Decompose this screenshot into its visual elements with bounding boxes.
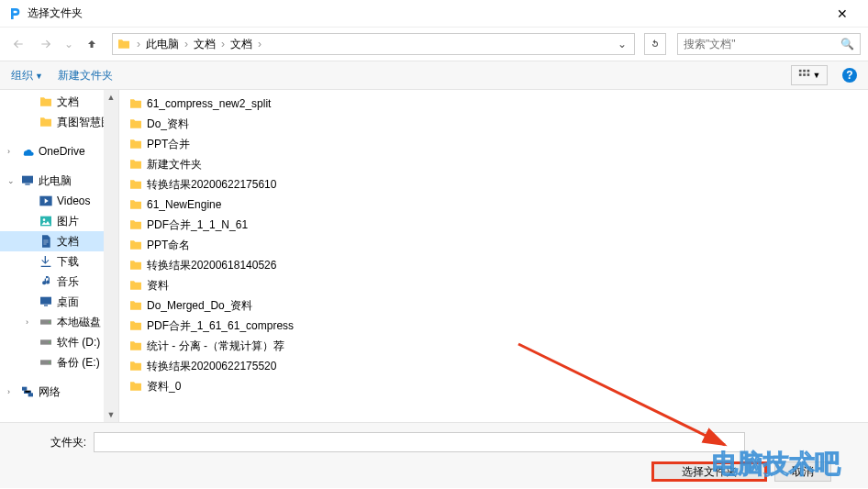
file-item[interactable]: 统计 - 分离 -（常规计算）荐 <box>128 336 339 356</box>
svg-rect-11 <box>40 297 51 305</box>
tree-label: 网络 <box>39 384 61 400</box>
file-item[interactable]: 资料_0 <box>128 376 339 396</box>
view-button[interactable]: ▼ <box>791 65 828 85</box>
tree-item-0[interactable]: 文档 <box>0 92 118 112</box>
folder-icon <box>128 379 143 394</box>
svg-rect-5 <box>807 73 809 76</box>
file-item[interactable]: 61_compress_new2_split <box>128 94 339 114</box>
titlebar: 选择文件夹 ✕ <box>0 0 868 28</box>
forward-button[interactable] <box>35 33 57 55</box>
file-name: 资料_0 <box>147 379 181 395</box>
refresh-button[interactable] <box>644 33 666 55</box>
address-bar[interactable]: › 此电脑 › 文档 › 文档 › ⌄ <box>112 33 635 55</box>
file-item[interactable]: 转换结果20200622175610 <box>128 174 339 194</box>
main: 文档真图智慧图›OneDrive⌄此电脑Videos图片文档下载音乐桌面›本地磁… <box>0 90 868 422</box>
file-item[interactable]: 转换结果20200622175520 <box>128 356 339 376</box>
tree-item-8[interactable]: 文档 <box>0 231 118 251</box>
tree-item-9[interactable]: 下载 <box>0 251 118 272</box>
back-button[interactable] <box>7 33 29 55</box>
file-name: 61_compress_new2_split <box>147 97 271 110</box>
file-item[interactable]: 新建文件夹 <box>128 154 339 174</box>
search-box[interactable]: 🔍 <box>677 33 861 55</box>
expand-icon[interactable]: › <box>7 147 17 156</box>
file-item[interactable]: 转换结果20200618140526 <box>128 255 339 275</box>
folder-icon <box>128 157 143 172</box>
up-button[interactable] <box>81 33 103 55</box>
search-input[interactable] <box>684 38 840 50</box>
breadcrumb-0[interactable]: 此电脑 <box>142 37 183 52</box>
tree-item-7[interactable]: 图片 <box>0 211 118 231</box>
cancel-button[interactable]: 取消 <box>774 461 831 482</box>
file-item[interactable]: PPT命名 <box>128 235 339 255</box>
breadcrumb-1[interactable]: 文档 <box>190 37 219 52</box>
folder-icon <box>117 37 131 51</box>
address-dropdown-icon[interactable]: ⌄ <box>614 38 630 50</box>
grid-icon <box>798 69 811 82</box>
folder-icon <box>128 298 143 313</box>
folder-icon <box>128 359 143 373</box>
folder-name-input[interactable] <box>94 432 745 452</box>
select-folder-button[interactable]: 选择文件夹 <box>651 461 767 482</box>
desktop-icon <box>39 295 53 309</box>
tree-label: 备份 (E:) <box>57 355 100 371</box>
file-item[interactable]: Do_Merged_Do_资料 <box>128 295 339 316</box>
search-icon[interactable]: 🔍 <box>840 38 854 50</box>
help-button[interactable]: ? <box>842 68 857 83</box>
tree-item-11[interactable]: 桌面 <box>0 292 118 312</box>
folder-icon <box>128 137 143 151</box>
tree-label: OneDrive <box>39 145 85 158</box>
svg-rect-3 <box>798 73 801 76</box>
file-item[interactable]: PDF合并_1_61_61_compress <box>128 316 339 336</box>
tree-item-13[interactable]: 软件 (D:) <box>0 332 118 352</box>
file-name: 转换结果20200622175610 <box>147 177 276 193</box>
new-folder-button[interactable]: 新建文件夹 <box>58 68 113 83</box>
tree-label: 软件 (D:) <box>57 335 100 350</box>
tree-item-3[interactable]: ›OneDrive <box>0 141 118 161</box>
chevron-right-icon[interactable]: › <box>183 38 190 50</box>
file-name: 转换结果20200618140526 <box>147 258 276 273</box>
tree-item-12[interactable]: ›本地磁盘 (C <box>0 312 118 332</box>
folder-icon <box>128 117 143 131</box>
chevron-right-icon[interactable]: › <box>135 38 142 50</box>
navbar: ⌄ › 此电脑 › 文档 › 文档 › ⌄ 🔍 <box>0 28 868 61</box>
file-item[interactable]: PPT合并 <box>128 134 339 154</box>
downloads-icon <box>39 254 53 269</box>
organize-menu[interactable]: 组织▼ <box>11 68 43 83</box>
expand-icon[interactable]: › <box>26 317 35 327</box>
recent-dropdown[interactable]: ⌄ <box>62 33 75 55</box>
chevron-right-icon[interactable]: › <box>256 38 263 50</box>
tree-item-5[interactable]: ⌄此电脑 <box>0 171 118 191</box>
svg-point-18 <box>49 361 50 362</box>
svg-rect-6 <box>22 176 33 183</box>
close-icon[interactable]: ✕ <box>824 6 861 21</box>
file-name: 资料 <box>147 278 169 294</box>
svg-point-14 <box>49 321 50 322</box>
file-item[interactable]: 资料 <box>128 275 339 295</box>
svg-point-10 <box>43 218 46 221</box>
scroll-up-icon[interactable]: ▲ <box>104 90 118 105</box>
svg-rect-2 <box>807 70 809 72</box>
chevron-right-icon[interactable]: › <box>219 38 227 50</box>
breadcrumb-2[interactable]: 文档 <box>227 37 256 52</box>
disk-icon <box>39 315 53 329</box>
file-item[interactable]: Do_资料 <box>128 114 339 134</box>
tree-item-1[interactable]: 真图智慧图 <box>0 112 118 132</box>
tree-item-16[interactable]: ›网络 <box>0 382 118 402</box>
svg-point-16 <box>49 341 50 342</box>
disk-icon <box>39 335 53 350</box>
expand-icon[interactable]: ⌄ <box>7 176 17 185</box>
sidebar: 文档真图智慧图›OneDrive⌄此电脑Videos图片文档下载音乐桌面›本地磁… <box>0 90 119 422</box>
toolbar: 组织▼ 新建文件夹 ▼ ? <box>0 61 868 90</box>
file-list: 61_compress_new2_splitDo_资料PPT合并新建文件夹转换结… <box>119 90 868 422</box>
sidebar-scrollbar[interactable]: ▲ ▼ <box>104 90 118 422</box>
app-logo-icon <box>7 6 22 21</box>
scroll-down-icon[interactable]: ▼ <box>104 407 118 422</box>
file-name: 转换结果20200622175520 <box>147 359 276 374</box>
tree-item-14[interactable]: 备份 (E:) <box>0 352 118 372</box>
folder-icon <box>39 115 53 129</box>
tree-item-10[interactable]: 音乐 <box>0 272 118 292</box>
expand-icon[interactable]: › <box>7 387 17 396</box>
file-item[interactable]: PDF合并_1_1_N_61 <box>128 215 339 235</box>
file-item[interactable]: 61_NewEngine <box>128 194 339 215</box>
tree-item-6[interactable]: Videos <box>0 191 118 211</box>
